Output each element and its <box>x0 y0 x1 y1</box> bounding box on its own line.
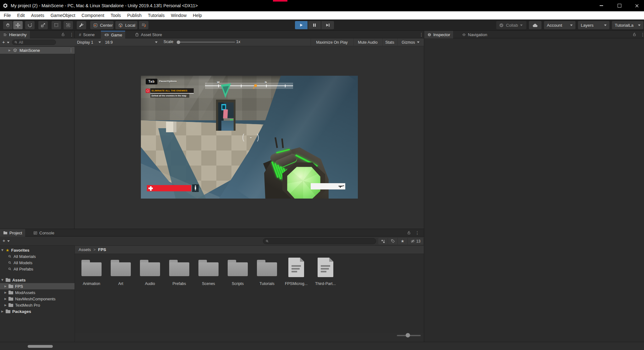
tab-asset-store[interactable]: Asset Store <box>132 31 165 38</box>
project-create-plus-button[interactable]: + <box>3 238 5 243</box>
custom-tool-icon[interactable] <box>77 21 86 29</box>
create-plus-button[interactable]: + <box>2 39 5 45</box>
scene-row[interactable]: ▶ MainScene ⋮ <box>0 47 75 54</box>
tree-textmeshpro[interactable]: ▶ TextMesh Pro <box>0 302 75 308</box>
favorites-expander-icon[interactable]: ▼ <box>1 249 3 252</box>
lock-icon[interactable] <box>61 32 65 36</box>
tab-project[interactable]: Project <box>0 229 25 237</box>
hierarchy-kebab-icon[interactable]: ⋮ <box>69 32 74 37</box>
rotate-tool-icon[interactable] <box>25 21 35 29</box>
maximize-button[interactable] <box>611 0 628 11</box>
folder-art-label[interactable]: Art <box>106 282 135 286</box>
tree-modassets[interactable]: ▶ ModAssets <box>0 289 75 296</box>
folder-scenes-icon[interactable] <box>198 260 219 276</box>
minimize-button[interactable] <box>593 0 609 11</box>
inspector-lock-icon[interactable] <box>632 32 636 36</box>
folder-scenes-label[interactable]: Scenes <box>194 282 223 286</box>
folder-tutorials-icon[interactable] <box>257 260 277 276</box>
step-button[interactable] <box>321 21 334 29</box>
scene-expander-icon[interactable]: ▶ <box>8 49 11 52</box>
scene-kebab-icon[interactable]: ⋮ <box>69 48 73 52</box>
menu-window[interactable]: Window <box>168 11 190 19</box>
aspect-dropdown[interactable]: 16:9 <box>103 39 159 45</box>
file-fpsmicrogame-icon[interactable] <box>288 258 304 277</box>
tree-assets[interactable]: ▼ Assets <box>0 277 75 283</box>
folder-art-icon[interactable] <box>111 260 131 276</box>
folder-animation-icon[interactable] <box>81 260 102 276</box>
pause-button[interactable] <box>308 21 321 29</box>
project-search-input[interactable] <box>263 238 376 244</box>
scale-tool-icon[interactable] <box>38 21 48 29</box>
tab-console[interactable]: Console <box>30 229 58 237</box>
layout-dropdown[interactable]: TutorialLa <box>612 21 643 29</box>
close-button[interactable] <box>630 0 644 11</box>
menu-help[interactable]: Help <box>190 11 205 19</box>
pivot-toggle[interactable]: Center <box>90 21 114 29</box>
folder-animation-label[interactable]: Animation <box>77 282 106 286</box>
breadcrumb-fps[interactable]: FPS <box>98 247 106 252</box>
display-dropdown[interactable]: Display 1 <box>76 39 102 45</box>
stats-button[interactable]: Stats <box>382 38 397 46</box>
assets-expander-icon[interactable]: ▼ <box>1 278 3 282</box>
game-kebab-icon[interactable]: ⋮ <box>419 32 424 37</box>
tab-navigation[interactable]: Navigation <box>459 31 490 38</box>
folder-scripts-icon[interactable] <box>228 260 248 276</box>
packages-expander-icon[interactable]: ▶ <box>1 310 3 313</box>
tab-inspector[interactable]: Inspector <box>424 31 453 38</box>
space-toggle[interactable]: Local <box>115 21 137 29</box>
grid-snap-icon[interactable] <box>139 21 148 29</box>
menu-gameobject[interactable]: GameObject <box>47 11 79 19</box>
folder-audio-icon[interactable] <box>140 260 160 276</box>
menu-tutorials[interactable]: Tutorials <box>145 11 168 19</box>
folder-prefabs-label[interactable]: Prefabs <box>165 282 194 286</box>
navmesh-expander-icon[interactable]: ▶ <box>4 297 7 300</box>
tree-all-models[interactable]: All Models <box>0 260 75 266</box>
transform-tool-icon[interactable] <box>64 21 73 29</box>
hand-tool-icon[interactable] <box>3 21 13 29</box>
tree-fps[interactable]: ▶ FPS <box>0 283 75 289</box>
scale-slider-track[interactable] <box>178 42 235 42</box>
maximize-on-play-button[interactable]: Maximize On Play <box>311 38 353 46</box>
fps-expander-icon[interactable]: ▶ <box>4 285 7 288</box>
gizmos-dropdown[interactable]: Gizmos <box>397 38 423 46</box>
tab-game[interactable]: Game <box>101 31 125 38</box>
menu-component[interactable]: Component <box>78 11 107 19</box>
folder-prefabs-icon[interactable] <box>169 260 189 276</box>
tree-navmeshcomponents[interactable]: ▶ NavMeshComponents <box>0 296 75 302</box>
search-by-label-icon[interactable] <box>388 238 398 244</box>
tab-scene[interactable]: # Scene <box>76 31 98 38</box>
folder-audio-label[interactable]: Audio <box>136 282 164 286</box>
scale-slider-knob[interactable] <box>177 41 180 44</box>
move-tool-icon[interactable] <box>13 21 23 29</box>
game-frame[interactable]: Tab Pause/Options W N <box>141 76 358 199</box>
tree-packages[interactable]: ▶ Packages <box>0 308 75 314</box>
thumbnail-zoom-knob[interactable] <box>406 333 410 337</box>
tab-hierarchy[interactable]: Hierarchy <box>0 31 30 38</box>
folder-scripts-label[interactable]: Scripts <box>223 282 252 286</box>
file-thirdparty-icon[interactable] <box>318 258 333 277</box>
menu-tools[interactable]: Tools <box>108 11 124 19</box>
textmesh-expander-icon[interactable]: ▶ <box>4 304 7 307</box>
hierarchy-search-input[interactable]: All <box>12 40 56 45</box>
tree-favorites[interactable]: ▼ ★ Favorites <box>0 247 75 253</box>
search-by-type-icon[interactable] <box>378 238 388 244</box>
menu-edit[interactable]: Edit <box>14 11 28 19</box>
inspector-kebab-icon[interactable]: ⋮ <box>641 32 644 37</box>
file-thirdparty-label[interactable]: Third-Part... <box>311 282 340 286</box>
menu-publish[interactable]: Publish <box>124 11 145 19</box>
hidden-packages-toggle[interactable]: 13 <box>408 238 423 244</box>
tree-all-prefabs[interactable]: All Prefabs <box>0 266 75 272</box>
play-button[interactable] <box>295 21 308 29</box>
tree-all-materials[interactable]: All Materials <box>0 253 75 260</box>
collab-dropdown[interactable]: Collab <box>496 21 526 29</box>
account-dropdown[interactable]: Account <box>544 21 575 29</box>
cloud-button[interactable] <box>529 21 541 29</box>
project-content[interactable]: Animation Art Audio Prefabs Scenes Scrip… <box>75 254 424 333</box>
folder-tutorials-label[interactable]: Tutorials <box>253 282 281 286</box>
project-kebab-icon[interactable]: ⋮ <box>415 231 419 235</box>
menu-file[interactable]: File <box>1 11 14 19</box>
favorites-star-icon[interactable]: ★ <box>398 238 408 244</box>
file-fpsmicrogame-label[interactable]: FPSMicrog... <box>282 282 311 286</box>
modassets-expander-icon[interactable]: ▶ <box>4 291 7 294</box>
project-lock-icon[interactable] <box>407 231 411 235</box>
